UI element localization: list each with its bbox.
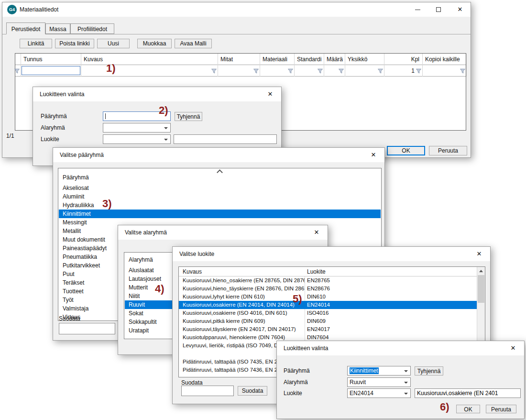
tab-divider xyxy=(2,34,471,34)
tab-perustiedot[interactable]: Perustiedot xyxy=(6,22,45,34)
filter-icon[interactable] xyxy=(253,68,259,74)
filter-cell-kopioi-kaikille xyxy=(423,65,467,77)
luokite-label: Luokite xyxy=(284,390,302,397)
column-header-kopioi-kaikille[interactable]: Kopioi kaikille xyxy=(423,54,467,65)
dialog-titlebar[interactable]: Valitse pääryhmä ✕ xyxy=(53,148,384,162)
poista-linkki-button[interactable]: Poista linkki xyxy=(55,39,94,48)
ok-button[interactable]: OK xyxy=(387,146,425,155)
uusi-button[interactable]: Uusi xyxy=(97,39,130,48)
filter-icon[interactable] xyxy=(378,68,383,74)
table-row[interactable]: Kuusioruuvi,hieno_täyskierre (EN 28676, … xyxy=(179,285,478,293)
column-header-selector[interactable] xyxy=(15,54,21,65)
column-header-materiaali[interactable]: Materiaali xyxy=(260,54,295,65)
scroll-up-button[interactable] xyxy=(477,267,485,275)
luokite-combo[interactable] xyxy=(103,134,171,144)
luokite-filter-input[interactable] xyxy=(181,386,234,396)
cell-kuvaus: Kuusioruuvi,osakierre (EN 24014, DIN 240… xyxy=(179,301,305,309)
avaa-malli-button[interactable]: Avaa Malli xyxy=(175,39,212,48)
dialog-title: Luokitteen valinta xyxy=(284,345,328,352)
list-item-kiinnittimet[interactable]: Kiinnittimet xyxy=(59,210,381,218)
scrollbar-thumb[interactable] xyxy=(478,275,484,303)
table-row[interactable]: Kuusioruuvi,täyskierre (EN 24017, DIN 24… xyxy=(179,325,478,333)
cancel-button[interactable]: Peruuta xyxy=(429,146,467,155)
table-row[interactable]: Kuusioruuvi,hieno_osakierre (EN 28765, D… xyxy=(179,276,478,285)
close-button[interactable]: ✕ xyxy=(450,2,470,17)
combo-value: Ruuvit xyxy=(350,379,366,386)
table-row[interactable]: Kuusioruuvi,osakierre (ISO 4016, DIN 601… xyxy=(179,309,478,317)
filter-icon[interactable] xyxy=(14,68,20,74)
cancel-button[interactable]: Peruuta xyxy=(486,405,516,413)
column-header-yksikk[interactable]: Yksikkö xyxy=(345,54,384,65)
close-icon: ✕ xyxy=(511,344,516,352)
ok-button[interactable]: OK xyxy=(456,405,480,413)
tunnus-filter-input[interactable] xyxy=(22,66,80,75)
linkit-button[interactable]: Linkitä xyxy=(20,39,52,48)
window-titlebar[interactable]: G4 Materiaalitiedot ✕ xyxy=(2,2,471,17)
close-button[interactable]: ✕ xyxy=(309,227,324,238)
column-header-m-r[interactable]: Määrä xyxy=(324,54,345,65)
screen: G4 Materiaalitiedot ✕ PerustiedotMassaPr… xyxy=(0,0,526,420)
filter-button[interactable]: Suodata xyxy=(238,386,267,396)
column-header-kpl[interactable]: Kpl xyxy=(384,54,423,65)
filter-icon[interactable] xyxy=(416,68,421,74)
paaryhma-combo[interactable]: Kiinnittimet xyxy=(347,366,411,376)
filter-cell-standardi xyxy=(295,65,324,77)
column-header-standardi[interactable]: Standardi xyxy=(295,54,324,65)
dialog-titlebar[interactable]: Luokitteen valinta ✕ xyxy=(33,87,281,101)
dialog-titlebar[interactable]: Valitse alaryhmä ✕ xyxy=(118,225,328,240)
maximize-button[interactable] xyxy=(429,2,449,17)
chevron-down-icon xyxy=(164,139,168,141)
tab-massa[interactable]: Massa xyxy=(45,23,70,34)
filter-icon[interactable] xyxy=(318,68,323,74)
paaryhma-label: Pääryhmä xyxy=(41,113,67,120)
column-header-luokite[interactable]: Luokite xyxy=(307,267,326,276)
filter-icon[interactable] xyxy=(288,68,293,74)
list-item-akseliosat[interactable]: Akseliosat xyxy=(59,184,381,192)
column-header-kuvaus[interactable]: Kuvaus xyxy=(81,54,218,65)
close-icon: ✕ xyxy=(314,229,319,236)
close-button[interactable]: ✕ xyxy=(366,150,381,160)
paaryhma-filter-input[interactable] xyxy=(59,323,115,334)
column-header-tunnus[interactable]: Tunnus xyxy=(21,54,81,65)
paaryhma-label: Pääryhmä xyxy=(284,367,310,374)
table-row[interactable]: Kuusioruuvi,osakierre (EN 24014, DIN 240… xyxy=(179,301,478,309)
chevron-down-icon xyxy=(404,393,408,395)
cell-kuvaus: Kuusioruuvi,osakierre (ISO 4016, DIN 601… xyxy=(179,309,305,317)
filter-icon[interactable] xyxy=(339,68,344,74)
dialog-titlebar[interactable]: Valitse luokite ✕ xyxy=(173,247,490,261)
filter-icon[interactable] xyxy=(211,68,217,74)
close-icon: ✕ xyxy=(371,151,376,158)
table-row[interactable]: Kuusioruuvi,pitkä kierre (DIN 609)DIN609 xyxy=(179,317,478,325)
muokkaa-button[interactable]: Muokkaa xyxy=(137,39,172,48)
cell-luokite: EN24017 xyxy=(305,325,478,333)
alaryhma-combo[interactable]: Ruuvit xyxy=(347,377,411,387)
luokite-combo[interactable]: EN24014 xyxy=(347,388,411,398)
luokite-text-field[interactable] xyxy=(415,388,521,398)
table-row[interactable]: Kuusioruuvi,lyhyt kierre (DIN 610)DIN610 xyxy=(179,293,478,301)
tab-profiilitiedot[interactable]: Profiilitiedot xyxy=(70,23,114,34)
cell-luokite: DIN610 xyxy=(305,293,478,301)
luokitteen-valinta-dialog-filled: Luokitteen valinta ✕ Pääryhmä Kiinnittim… xyxy=(276,341,525,419)
clear-button[interactable]: Tyhjennä xyxy=(415,366,443,376)
luokite-text-field[interactable] xyxy=(174,134,277,144)
minimize-button[interactable] xyxy=(408,2,428,17)
dialog-title: Luokitteen valinta xyxy=(40,91,84,98)
alaryhma-combo[interactable] xyxy=(103,123,171,133)
close-icon: ✕ xyxy=(477,250,482,257)
filter-icon[interactable] xyxy=(460,68,465,74)
clear-button[interactable]: Tyhjennä xyxy=(175,112,202,121)
column-header-kuvaus[interactable]: Kuvaus xyxy=(183,267,202,276)
cell-kuvaus: Kuusioruuvi,hieno_osakierre (EN 28765, D… xyxy=(179,276,305,285)
filter-label: Suodata xyxy=(181,379,203,386)
dialog-titlebar[interactable]: Luokitteen valinta ✕ xyxy=(277,341,524,355)
filter-cell-selector xyxy=(15,65,21,77)
alaryhma-label: Alaryhmä xyxy=(284,379,308,386)
annotation-step-2: 2) xyxy=(159,104,168,117)
close-button[interactable]: ✕ xyxy=(506,343,520,354)
grid-header-row: Kuvaus Luokite xyxy=(179,267,478,276)
close-button[interactable]: ✕ xyxy=(263,89,277,99)
list-header: Pääryhmä xyxy=(59,173,381,182)
kpl-value: 1 xyxy=(411,67,415,74)
column-header-mitat[interactable]: Mitat xyxy=(218,54,260,65)
close-button[interactable]: ✕ xyxy=(472,249,486,259)
